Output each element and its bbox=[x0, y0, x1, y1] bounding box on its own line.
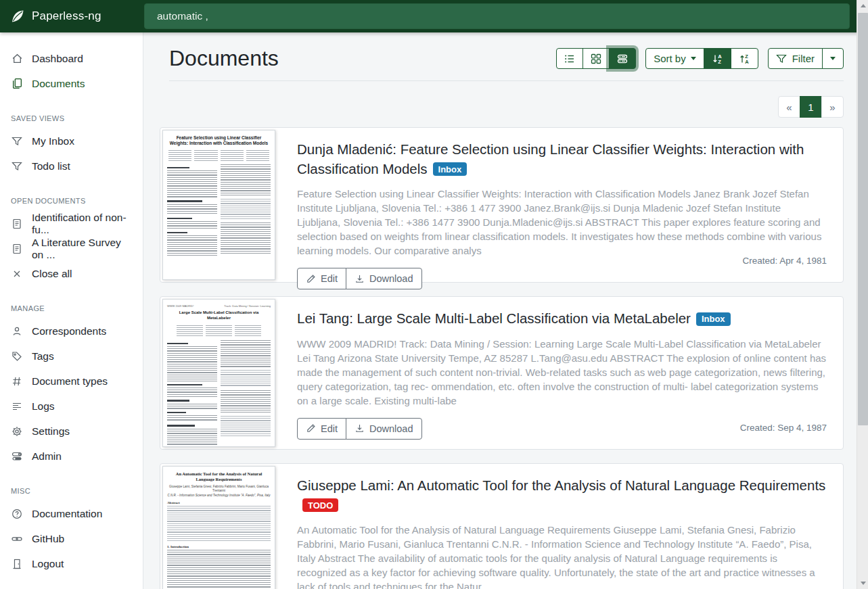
sort-alpha-down-icon: A Z bbox=[712, 53, 723, 64]
pagination-next[interactable]: » bbox=[821, 96, 844, 118]
sort-by-label: Sort by bbox=[654, 53, 686, 64]
pagination-previous[interactable]: « bbox=[778, 96, 800, 118]
list-view-icon bbox=[564, 53, 575, 64]
thumb-body-lines bbox=[167, 550, 271, 589]
top-navbar: Paperless-ng bbox=[0, 0, 868, 32]
filter-label: Filter bbox=[792, 53, 815, 64]
sidebar-item-tags[interactable]: Tags bbox=[0, 344, 143, 369]
sidebar-item-logout[interactable]: Logout bbox=[0, 551, 143, 576]
sidebar-item-correspondents[interactable]: Correspondents bbox=[0, 319, 143, 344]
sort-alpha-up-icon: Z A bbox=[739, 53, 750, 64]
sidebar-item-label: Identification of non-fu... bbox=[32, 212, 132, 236]
search-input[interactable] bbox=[144, 3, 850, 29]
sidebar-item-github[interactable]: GitHub bbox=[0, 526, 143, 551]
created-date: Created: Sep 4, 1987 bbox=[740, 423, 827, 433]
document-card: WWW 2009 MADRID! Track: Data Mining / Se… bbox=[160, 296, 844, 450]
sidebar-item-my-inbox[interactable]: My Inbox bbox=[0, 128, 143, 154]
sidebar-item-open-doc-1[interactable]: Identification of non-fu... bbox=[0, 211, 143, 236]
filter-dropdown-toggle[interactable] bbox=[822, 48, 844, 69]
grid-view-icon bbox=[591, 53, 601, 64]
svg-text:A: A bbox=[745, 59, 749, 64]
thumb-paper-title: Large Scale Multi-Label Classification v… bbox=[167, 310, 271, 321]
sidebar-section-saved-views: SAVED VIEWS bbox=[0, 114, 143, 128]
sort-descending-button[interactable]: A Z bbox=[704, 48, 731, 69]
thumbnail-wrap: WWW 2009 MADRID! Track: Data Mining / Se… bbox=[160, 297, 296, 449]
thumb-abstract-lines bbox=[167, 506, 271, 542]
download-button[interactable]: Download bbox=[346, 418, 422, 440]
sort-ascending-button[interactable]: Z A bbox=[731, 48, 758, 69]
sidebar-item-open-doc-2[interactable]: A Literature Survey on ... bbox=[0, 236, 143, 261]
document-thumbnail[interactable]: Feature Selection using Linear Classifie… bbox=[162, 130, 275, 280]
tag-badge-inbox[interactable]: Inbox bbox=[433, 162, 467, 176]
text-lines-icon bbox=[11, 400, 23, 413]
edit-label: Edit bbox=[321, 423, 338, 434]
download-icon bbox=[355, 423, 365, 433]
thumb-paper-title: Feature Selection using Linear Classifie… bbox=[167, 135, 271, 147]
download-button[interactable]: Download bbox=[346, 268, 422, 289]
sidebar-item-documents[interactable]: Documents bbox=[0, 71, 143, 96]
document-title[interactable]: Dunja Mladenić: Feature Selection using … bbox=[297, 140, 827, 179]
sidebar-item-label: Todo list bbox=[32, 160, 70, 172]
question-circle-icon bbox=[11, 508, 23, 520]
thumb-header-right: Track: Data Mining / Session: Learning bbox=[224, 304, 271, 308]
main-content: Documents bbox=[143, 0, 868, 589]
house-icon bbox=[11, 53, 23, 65]
leaf-logo-icon bbox=[10, 9, 25, 24]
thumb-abstract-label: Abstract bbox=[167, 501, 271, 504]
sidebar-item-label: Settings bbox=[32, 425, 70, 438]
sidebar-item-close-all[interactable]: Close all bbox=[0, 261, 143, 286]
thumb-authors-line: Giuseppe Lami, Stefania Gnesi, Fabrizio … bbox=[167, 485, 271, 494]
edit-button[interactable]: Edit bbox=[297, 268, 346, 289]
scrollbar-up-arrow[interactable] bbox=[857, 0, 868, 11]
edit-button[interactable]: Edit bbox=[297, 418, 346, 440]
sidebar-item-admin[interactable]: Admin bbox=[0, 444, 143, 469]
document-title[interactable]: Lei Tang: Large Scale Multi-Label Classi… bbox=[297, 309, 827, 329]
sidebar-item-documentation[interactable]: Documentation bbox=[0, 501, 143, 526]
thumb-authors bbox=[168, 150, 269, 161]
toolbar: Sort by A Z Z bbox=[556, 48, 853, 69]
thumbnail-wrap: An Automatic Tool for the Analysis of Na… bbox=[160, 464, 296, 589]
view-details-button[interactable] bbox=[609, 48, 636, 69]
document-body: Giuseppe Lami: An Automatic Tool for the… bbox=[296, 464, 843, 589]
thumb-body bbox=[167, 340, 271, 445]
document-title-text: Lei Tang: Large Scale Multi-Label Classi… bbox=[297, 310, 691, 326]
document-excerpt: Feature Selection using Linear Classifie… bbox=[297, 187, 827, 258]
sidebar-item-logs[interactable]: Logs bbox=[0, 394, 143, 419]
view-grid-button[interactable] bbox=[583, 48, 610, 69]
view-list-button[interactable] bbox=[556, 48, 583, 69]
thumb-authors bbox=[177, 325, 261, 336]
sidebar-item-dashboard[interactable]: Dashboard bbox=[0, 46, 143, 71]
document-thumbnail[interactable]: WWW 2009 MADRID! Track: Data Mining / Se… bbox=[162, 299, 275, 447]
svg-text:Z: Z bbox=[718, 59, 721, 64]
sidebar-item-settings[interactable]: Settings bbox=[0, 419, 143, 444]
sidebar-item-document-types[interactable]: Document types bbox=[0, 369, 143, 394]
brand-name: Paperless-ng bbox=[32, 9, 101, 23]
thumb-body bbox=[167, 164, 271, 256]
document-thumbnail[interactable]: An Automatic Tool for the Analysis of Na… bbox=[162, 466, 275, 589]
tag-badge-inbox[interactable]: Inbox bbox=[696, 312, 731, 326]
tag-icon bbox=[11, 350, 23, 362]
download-icon bbox=[355, 274, 365, 284]
edit-label: Edit bbox=[321, 273, 338, 284]
caret-down-icon bbox=[830, 57, 836, 60]
sidebar-item-label: Close all bbox=[32, 268, 72, 280]
sidebar-section-misc: MISC bbox=[0, 487, 143, 501]
scrollbar-down-arrow[interactable] bbox=[857, 578, 868, 589]
filter-icon bbox=[11, 135, 23, 147]
thumb-institute-line: C.N.R. - Information Science and Technol… bbox=[167, 494, 271, 498]
sidebar-item-label: Documentation bbox=[32, 508, 102, 520]
scrollbar-thumb[interactable] bbox=[858, 13, 868, 425]
thumb-paper-title: An Automatic Tool for the Analysis of Na… bbox=[167, 471, 271, 483]
pagination-page-1[interactable]: 1 bbox=[800, 96, 822, 118]
sort-by-dropdown[interactable]: Sort by bbox=[645, 48, 704, 69]
brand[interactable]: Paperless-ng bbox=[0, 9, 143, 24]
document-title[interactable]: Giuseppe Lami: An Automatic Tool for the… bbox=[297, 476, 827, 515]
document-excerpt: WWW 2009 MADRID! Track: Data Mining / Se… bbox=[297, 337, 827, 408]
sort-group: Sort by A Z Z bbox=[645, 48, 758, 69]
sidebar-item-todo-list[interactable]: Todo list bbox=[0, 154, 143, 179]
tag-badge-todo[interactable]: TODO bbox=[302, 498, 338, 512]
filter-button[interactable]: Filter bbox=[768, 48, 823, 69]
sidebar-item-label: My Inbox bbox=[32, 135, 74, 147]
documents-icon bbox=[11, 78, 23, 90]
person-icon bbox=[11, 325, 23, 337]
